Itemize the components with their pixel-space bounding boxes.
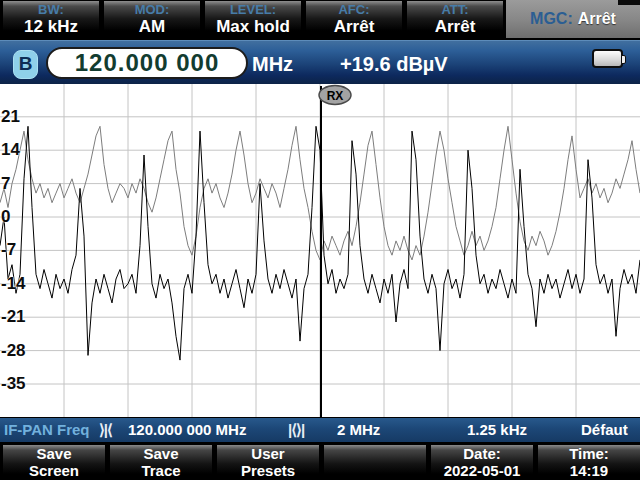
spectrum-svg: RX — [0, 84, 640, 417]
freq-label: Freq — [57, 421, 90, 438]
param-cell-mod[interactable]: MOD: AM — [104, 1, 200, 38]
y-tick-label: -7 — [1, 240, 16, 260]
softkey-line: Time: — [538, 445, 640, 462]
y-tick-label: -35 — [1, 374, 26, 394]
softkey-line: Presets — [217, 462, 319, 479]
preset-value[interactable]: Défaut — [581, 421, 628, 438]
softkey-line: Save — [3, 445, 105, 462]
y-tick-label: 0 — [1, 207, 10, 227]
softkey-line: Trace — [110, 462, 212, 479]
span-icon: |⟨⟩| — [288, 421, 304, 439]
softkey-line: Date: — [431, 445, 533, 462]
softkey-bar: Save Screen Save Trace User Presets Date… — [0, 443, 640, 480]
param-value: 12 kHz — [3, 17, 99, 36]
rx-marker-label: RX — [327, 89, 344, 103]
date-button[interactable]: Date: 2022-05-01 — [431, 445, 533, 479]
channel-badge[interactable]: B — [13, 50, 38, 79]
span-value[interactable]: 2 MHz — [337, 421, 380, 438]
softkey-line: Save — [110, 445, 212, 462]
y-tick-label: 14 — [1, 140, 20, 160]
y-tick-label: 7 — [1, 174, 10, 194]
top-parameter-bar: BW: 12 kHz MOD: AM LEVEL: Max hold AFC: … — [0, 0, 640, 40]
param-label: ATT: — [407, 2, 503, 17]
battery-icon — [592, 49, 623, 68]
save-trace-button[interactable]: Save Trace — [110, 445, 212, 479]
status-bar: IF-PAN Freq ⟩|⟨ 120.000 000 MHz |⟨⟩| 2 M… — [0, 418, 640, 442]
step-value[interactable]: 1.25 kHz — [467, 421, 527, 438]
screen-corner-notch — [618, 0, 640, 5]
param-label: BW: — [3, 2, 99, 17]
frequency-bar: B 120.000 000 MHz +19.6 dBµV — [0, 40, 640, 84]
param-cell-level[interactable]: LEVEL: Max hold — [205, 1, 301, 38]
y-tick-label: 21 — [1, 107, 20, 127]
user-presets-button[interactable]: User Presets — [217, 445, 319, 479]
frequency-value: 120.000 000 — [75, 49, 219, 77]
param-label: AFC: — [306, 2, 402, 17]
time-button[interactable]: Time: 14:19 — [538, 445, 640, 479]
save-screen-button[interactable]: Save Screen — [3, 445, 105, 479]
param-cell-mgc[interactable]: MGC: Arrêt — [506, 0, 640, 38]
param-value: Arrêt — [407, 17, 503, 36]
param-label: MGC: — [530, 10, 573, 28]
y-tick-label: -28 — [1, 341, 26, 361]
param-value: Arrêt — [306, 17, 402, 36]
param-value: Arrêt — [578, 10, 616, 28]
softkey-line: Screen — [3, 462, 105, 479]
param-cell-bw[interactable]: BW: 12 kHz — [3, 1, 99, 38]
frequency-field[interactable]: 120.000 000 — [46, 47, 248, 79]
frequency-unit: MHz — [252, 53, 293, 76]
spectrum-plot: RX 211470-7-14-21-28-35 — [0, 84, 640, 417]
param-label: LEVEL: — [205, 2, 301, 17]
param-cell-afc[interactable]: AFC: Arrêt — [306, 1, 402, 38]
level-readout: +19.6 dBµV — [340, 53, 448, 76]
softkey-line: User — [217, 445, 319, 462]
empty-softkey-button[interactable] — [324, 445, 426, 479]
y-tick-label: -21 — [1, 307, 26, 327]
param-label: MOD: — [104, 2, 200, 17]
param-value: AM — [104, 17, 200, 36]
param-value: Max hold — [205, 17, 301, 36]
param-cell-att[interactable]: ATT: Arrêt — [407, 1, 503, 38]
softkey-line: 14:19 — [538, 462, 640, 479]
center-freq-value[interactable]: 120.000 000 MHz — [128, 421, 246, 438]
softkey-line: 2022-05-01 — [431, 462, 533, 479]
center-freq-icon: ⟩|⟨ — [99, 421, 112, 439]
y-tick-label: -14 — [1, 274, 26, 294]
mode-indicator: IF-PAN — [4, 421, 53, 438]
